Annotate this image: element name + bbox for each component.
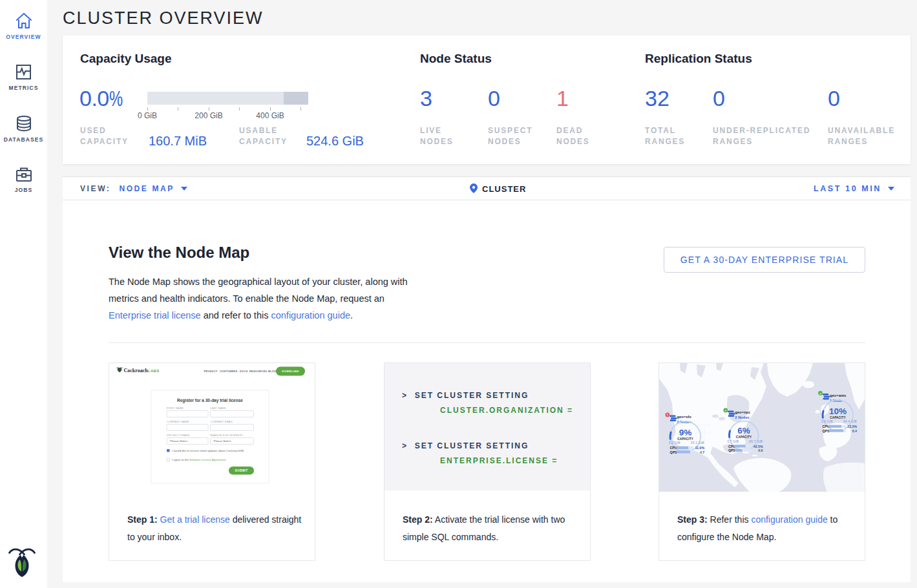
svg-text:LAST NAME: LAST NAME bbox=[211, 407, 226, 410]
svg-text:✓: ✓ bbox=[724, 408, 727, 412]
svg-text:0.0: 0.0 bbox=[758, 448, 763, 452]
svg-text:CPU: CPU bbox=[670, 446, 677, 450]
svg-text:COMPANY NAME: COMPANY NAME bbox=[167, 421, 189, 423]
svg-text:COMPANY EMAIL: COMPANY EMAIL bbox=[211, 421, 233, 423]
svg-text:CAPACITY: CAPACITY bbox=[830, 416, 846, 419]
svg-text:DOCS: DOCS bbox=[240, 370, 248, 373]
svg-text:CUSTOMERS: CUSTOMERS bbox=[220, 370, 237, 373]
svg-text:LABS: LABS bbox=[148, 369, 160, 373]
svg-text:SUBMIT: SUBMIT bbox=[235, 469, 248, 472]
svg-text:42.5%: 42.5% bbox=[754, 445, 763, 448]
svg-text:2 Nodes: 2 Nodes bbox=[735, 415, 750, 419]
svg-text:Please Select: Please Select bbox=[214, 439, 232, 443]
svg-text:I would like to receive email: I would like to receive email updates ab… bbox=[172, 449, 244, 452]
svg-text:4.7: 4.7 bbox=[700, 450, 704, 454]
svg-text:65.7 GiB: 65.7 GiB bbox=[749, 439, 763, 443]
svg-text:QPS: QPS bbox=[670, 450, 677, 454]
svg-text:CPU: CPU bbox=[728, 445, 735, 448]
svg-text:Register for a 30-day trial li: Register for a 30-day trial license bbox=[177, 398, 243, 403]
svg-text:I agree to the Software Licens: I agree to the Software License Agreemen… bbox=[172, 458, 226, 461]
svg-text:QPS: QPS bbox=[728, 448, 735, 452]
svg-text:11.0%: 11.0% bbox=[695, 446, 705, 450]
svg-text:6%: 6% bbox=[737, 426, 750, 436]
svg-text:13.3%: 13.3% bbox=[847, 425, 857, 428]
svg-text:DOWNLOAD: DOWNLOAD bbox=[282, 370, 299, 373]
svg-text:PROJECT PHASE: PROJECT PHASE bbox=[167, 434, 190, 437]
svg-text:REASON FOR INTEREST: REASON FOR INTEREST bbox=[211, 434, 244, 437]
svg-text:9%: 9% bbox=[679, 428, 692, 437]
svg-text:geo=nyc: geo=nyc bbox=[735, 410, 750, 414]
svg-text:geo=sfo: geo=sfo bbox=[677, 415, 691, 419]
svg-text:3.6 GiB: 3.6 GiB bbox=[821, 419, 833, 423]
svg-text:✓: ✓ bbox=[819, 392, 821, 395]
svg-text:RESOURCES: RESOURCES bbox=[249, 370, 267, 373]
svg-text:CAPACITY: CAPACITY bbox=[736, 436, 752, 439]
svg-text:10%: 10% bbox=[829, 406, 847, 416]
svg-text:Please Select: Please Select bbox=[170, 439, 188, 443]
svg-text:34.4 GiB: 34.4 GiB bbox=[843, 419, 857, 423]
svg-text:FIRST NAME: FIRST NAME bbox=[167, 407, 184, 410]
svg-text:Cockroach: Cockroach bbox=[124, 368, 149, 373]
svg-text:CAPACITY: CAPACITY bbox=[677, 437, 693, 441]
svg-text:BLOG: BLOG bbox=[268, 370, 276, 373]
svg-text:geo=ams: geo=ams bbox=[830, 394, 846, 397]
svg-text:QPS: QPS bbox=[823, 429, 830, 433]
svg-text:35.1 GiB: 35.1 GiB bbox=[691, 441, 704, 445]
svg-text:3.7 GiB: 3.7 GiB bbox=[727, 439, 739, 443]
svg-text:3.2 GiB: 3.2 GiB bbox=[669, 441, 680, 445]
svg-text:PRODUCT: PRODUCT bbox=[204, 370, 218, 373]
svg-text:0.4: 0.4 bbox=[852, 429, 857, 433]
svg-text:CPU: CPU bbox=[823, 425, 830, 428]
